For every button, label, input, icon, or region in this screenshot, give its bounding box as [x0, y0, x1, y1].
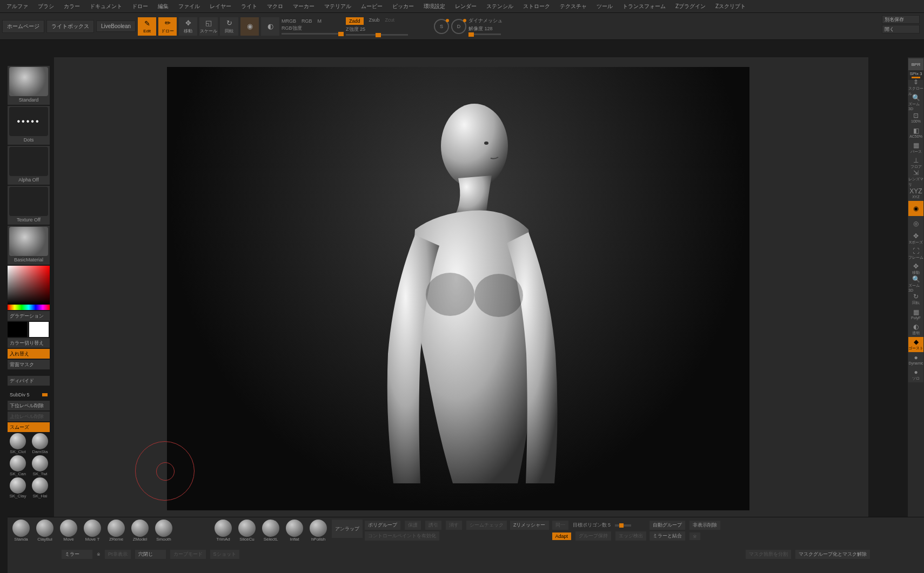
right-btn-8[interactable]: ◉ [908, 201, 923, 216]
mirror-dropdown[interactable]: ミラー [62, 550, 92, 559]
unwrap-button[interactable]: アンラップ [332, 520, 363, 538]
guide-button[interactable]: 誘引 [425, 521, 441, 530]
right-btn-ズーム3D[interactable]: 🔍ズーム3D [908, 95, 923, 110]
smooth-button[interactable]: スムーズ [8, 422, 50, 432]
mini-brush-SK_Hai[interactable]: SK_Hai [30, 477, 50, 498]
right-btn-ズーム3D[interactable]: 🔍ズーム3D [908, 277, 923, 292]
right-btn-透明[interactable]: ◐透明 [908, 322, 923, 337]
swatch-black[interactable] [8, 322, 27, 337]
menu-ステンシル[interactable]: ステンシル [482, 1, 518, 12]
m-toggle[interactable]: M [318, 18, 322, 24]
del-lower-button[interactable]: 下位レベル削除 [8, 401, 50, 410]
mini-brush-SK_Clay[interactable]: SK_Clay [8, 477, 28, 498]
menu-Zスクリプト[interactable]: Zスクリプト [711, 1, 750, 12]
controlpaint-button[interactable]: コントロールペイントを有効化 [365, 531, 439, 541]
menu-アルファ[interactable]: アルファ [2, 1, 32, 12]
menu-ファイル[interactable]: ファイル [174, 1, 204, 12]
seamcheck-button[interactable]: シームチェック [466, 521, 507, 530]
menu-テクスチャ[interactable]: テクスチャ [555, 1, 591, 12]
backmask-button[interactable]: 背面マスク [8, 360, 50, 369]
menu-ライト[interactable]: ライト [237, 1, 262, 12]
brush-SliceCu[interactable]: SliceCu [236, 520, 258, 542]
move-mode-button[interactable]: ✥移動 [179, 17, 197, 36]
brush-ZModel[interactable]: ZModel [129, 520, 151, 542]
menu-レイヤー[interactable]: レイヤー [205, 1, 236, 12]
mini-brush-SK_Clot[interactable]: SK_Clot [8, 433, 28, 454]
zcut-toggle[interactable]: Zcut [385, 17, 395, 25]
same-button[interactable]: 同一 [552, 521, 568, 530]
stroke-selector[interactable]: •••••Dots [8, 106, 50, 145]
menu-環境設定[interactable]: 環境設定 [419, 1, 450, 12]
sshot-button[interactable]: Sショット [210, 550, 239, 559]
erase-button[interactable]: 消す [446, 521, 462, 530]
gradation-button[interactable]: グラデーション [8, 311, 50, 321]
right-btn-ソロ[interactable]: ●ソロ [908, 367, 923, 382]
color-swap-button[interactable]: カラー切り替え [8, 338, 50, 348]
brush-Move T[interactable]: Move T [81, 520, 104, 542]
polygroup-button[interactable]: ポリグループ [365, 521, 400, 530]
sym-s-button[interactable]: S [434, 19, 449, 34]
right-btn-フレーム[interactable]: ⛶フレーム [908, 246, 923, 261]
z-intensity-slider[interactable] [346, 34, 408, 36]
menu-ツール[interactable]: ツール [592, 1, 617, 12]
rotate-mode-button[interactable]: ↻回転 [220, 17, 238, 36]
menu-ドキュメント[interactable]: ドキュメント [85, 1, 126, 12]
right-btn-AC50%[interactable]: ◧AC50% [908, 125, 923, 140]
sculptris-button[interactable]: ◉ [240, 17, 259, 36]
menu-マーカー[interactable]: マーカー [289, 1, 319, 12]
sym-d-button[interactable]: D [451, 19, 466, 34]
star-button[interactable]: ※ [689, 532, 700, 540]
lightbox-button[interactable]: ライトボックス [46, 20, 94, 33]
rgb-strength-slider[interactable] [282, 33, 344, 35]
alpha-selector[interactable]: Alpha Off [8, 146, 50, 185]
menu-ピッカー[interactable]: ピッカー [388, 1, 418, 12]
zremesher-button[interactable]: Zリメッシャー [510, 521, 549, 530]
maskgroup-button[interactable]: マスクグループ化とマスク解除 [795, 550, 870, 559]
gizmo-button[interactable]: ◐ [261, 17, 279, 36]
edgedetect-toggle[interactable]: エッジ検出 [615, 531, 646, 541]
protect-button[interactable]: 保護 [405, 521, 421, 530]
save-as-button[interactable]: 別名保存 [882, 15, 920, 24]
menu-ドロー[interactable]: ドロー [128, 1, 152, 12]
right-btn-パース[interactable]: ▦パース [908, 140, 923, 156]
keepgroups-toggle[interactable]: グループ保持 [575, 531, 611, 541]
menu-レンダー[interactable]: レンダー [451, 1, 481, 12]
brush-selector[interactable]: Standard [8, 66, 50, 105]
right-btn-XYZ[interactable]: XYZXYZ [908, 186, 923, 201]
brush-Standa[interactable]: Standa [10, 520, 32, 542]
right-btn-ゴースト[interactable]: ◆ゴースト [908, 337, 923, 352]
menu-ムービー[interactable]: ムービー [357, 1, 387, 12]
brush-Inflat[interactable]: Inflat [283, 520, 306, 542]
mini-brush-SK_Can[interactable]: SK_Can [8, 455, 28, 476]
mrgb-toggle[interactable]: MRGB [282, 18, 296, 24]
right-btn-フロア[interactable]: ⊥フロア [908, 156, 923, 171]
closehole-dropdown[interactable]: 穴閉じ [135, 550, 166, 559]
swatch-white[interactable] [29, 322, 49, 337]
scale-mode-button[interactable]: ◱スケール [199, 17, 218, 36]
mirrormerge-button[interactable]: ミラーと結合 [650, 531, 685, 541]
right-btn-9[interactable]: ◎ [908, 216, 923, 231]
right-btn-PolyF[interactable]: ▦PolyF [908, 307, 923, 322]
menu-カラー[interactable]: カラー [59, 1, 84, 12]
bpr-button[interactable]: BPR [908, 58, 923, 70]
spix-label[interactable]: SPix 3 [908, 71, 923, 79]
zsub-toggle[interactable]: Zsub [369, 17, 380, 25]
del-upper-button[interactable]: 上位レベル削除 [8, 412, 50, 421]
targetpoly-slider[interactable] [615, 524, 631, 527]
curvemode-button[interactable]: カーブモード [170, 550, 206, 559]
hidedelete-button[interactable]: 非表示削除 [689, 521, 720, 530]
3d-viewport[interactable] [167, 67, 749, 510]
hue-slider[interactable] [8, 305, 50, 310]
brush-SelectL[interactable]: SelectL [259, 520, 282, 542]
texture-selector[interactable]: Texture Off [8, 186, 50, 225]
zadd-toggle[interactable]: Zadd [346, 17, 364, 25]
menu-Zプラグイン[interactable]: Zプラグイン [671, 1, 710, 12]
draw-mode-button[interactable]: ✏ドロー [158, 17, 177, 36]
material-selector[interactable]: BasicMaterial [8, 226, 50, 265]
brush-ZReme[interactable]: ZReme [105, 520, 128, 542]
right-btn-レンズマリ[interactable]: ⇲レンズマリ [908, 171, 923, 186]
color-picker[interactable] [8, 266, 51, 310]
adapt-toggle[interactable]: Adapt [552, 532, 572, 540]
mini-brush-DamSta[interactable]: DamSta [30, 433, 50, 454]
menu-ストローク[interactable]: ストローク [519, 1, 554, 12]
